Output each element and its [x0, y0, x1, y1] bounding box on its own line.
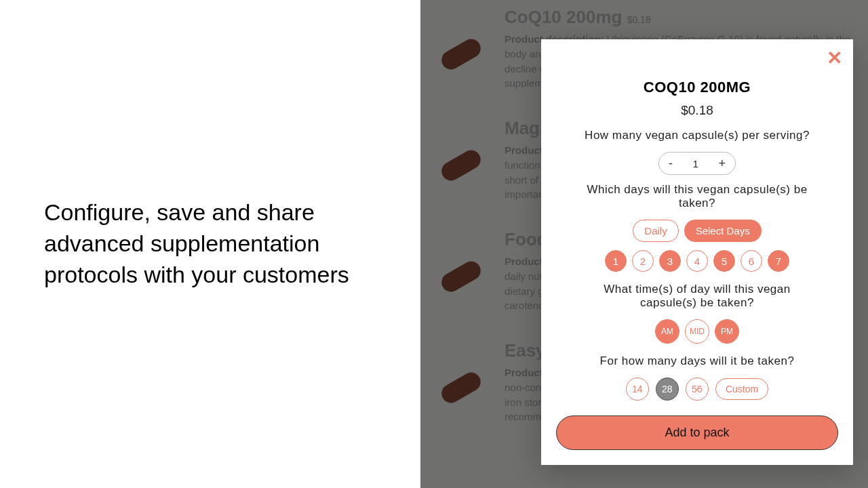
duration-28-button[interactable]: 28: [656, 378, 679, 401]
day-6-toggle[interactable]: 6: [741, 250, 762, 272]
modal-title: COQ10 200MG: [556, 79, 838, 96]
question-days: Which days will this vegan capsule(s) be…: [575, 183, 819, 210]
question-duration: For how many days will it be taken?: [575, 354, 819, 368]
close-icon[interactable]: ✕: [827, 49, 842, 68]
decrement-button[interactable]: -: [669, 157, 673, 171]
product-pane: CoQ10 200mg $0.18 Product description: U…: [420, 0, 868, 488]
mode-row: Daily Select Days: [556, 220, 838, 242]
duration-custom-button[interactable]: Custom: [715, 378, 768, 400]
hero-pane: Configure, save and share advanced suppl…: [0, 0, 420, 488]
day-selector: 1234567: [556, 250, 838, 272]
duration-selector: 142856Custom: [556, 378, 838, 401]
day-3-toggle[interactable]: 3: [659, 250, 681, 272]
question-time: What time(s) of day will this vegan caps…: [575, 283, 819, 310]
day-2-toggle[interactable]: 2: [632, 250, 654, 272]
modal-price: $0.18: [556, 103, 838, 118]
time-mid-toggle[interactable]: MID: [685, 319, 709, 344]
duration-14-button[interactable]: 14: [626, 378, 649, 401]
time-pm-toggle[interactable]: PM: [715, 319, 739, 344]
hero-text: Configure, save and share advanced suppl…: [44, 197, 393, 291]
question-serving: How many vegan capsule(s) per serving?: [575, 129, 819, 142]
add-to-pack-button[interactable]: Add to pack: [556, 415, 838, 450]
quantity-stepper: - 1 +: [658, 152, 736, 175]
day-1-toggle[interactable]: 1: [605, 250, 627, 272]
duration-56-button[interactable]: 56: [686, 378, 709, 401]
day-4-toggle[interactable]: 4: [686, 250, 708, 272]
mode-select-days-button[interactable]: Select Days: [684, 220, 762, 242]
increment-button[interactable]: +: [718, 157, 726, 171]
day-7-toggle[interactable]: 7: [768, 250, 789, 272]
time-am-toggle[interactable]: AM: [655, 319, 679, 344]
quantity-value: 1: [693, 158, 698, 169]
product-modal: ✕ COQ10 200MG $0.18 How many vegan capsu…: [541, 39, 853, 465]
mode-daily-button[interactable]: Daily: [633, 220, 678, 242]
day-5-toggle[interactable]: 5: [713, 250, 735, 272]
time-of-day-selector: AMMIDPM: [556, 319, 838, 344]
